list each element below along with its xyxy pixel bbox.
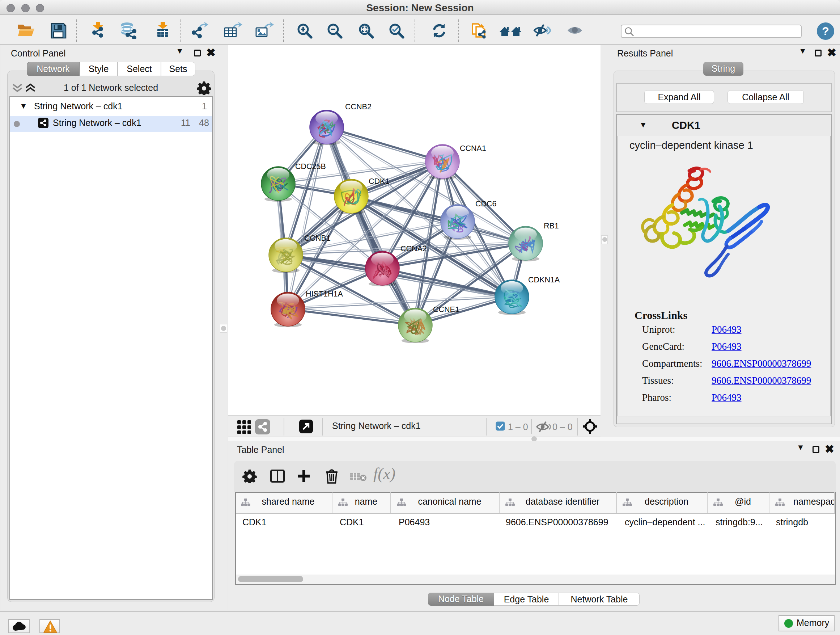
svg-text:CCNB1: CCNB1 xyxy=(304,234,331,242)
svg-text:?: ? xyxy=(822,25,829,38)
svg-text:CDK1: CDK1 xyxy=(369,177,389,186)
svg-text:CDC25B: CDC25B xyxy=(295,162,326,171)
svg-text:CCNE1: CCNE1 xyxy=(433,305,459,314)
svg-text:CCNB2: CCNB2 xyxy=(345,103,371,111)
svg-text:CDKN1A: CDKN1A xyxy=(528,276,560,284)
svg-text:CCNA1: CCNA1 xyxy=(460,144,486,153)
svg-text:CDC6: CDC6 xyxy=(475,200,497,208)
svg-text:HIST1H1A: HIST1H1A xyxy=(306,290,343,298)
svg-text:CCNA2: CCNA2 xyxy=(401,244,427,253)
svg-text:RB1: RB1 xyxy=(544,222,559,230)
